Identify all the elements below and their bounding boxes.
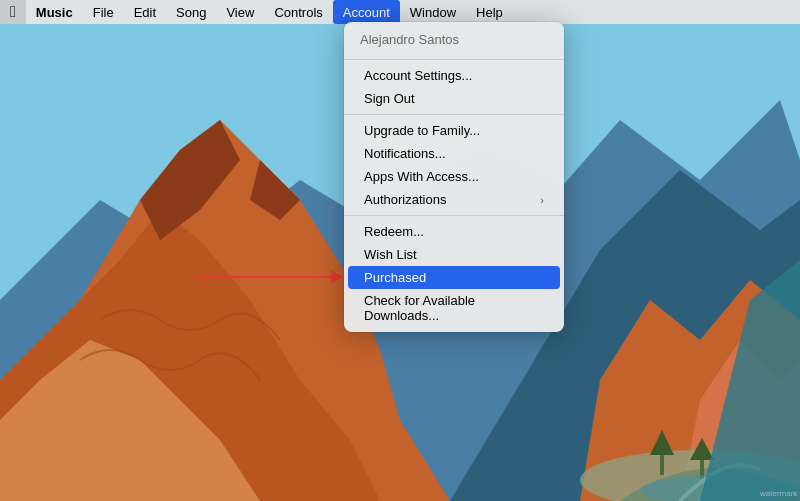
apple-menu[interactable]:  bbox=[0, 0, 26, 24]
arrow-head-icon bbox=[331, 270, 343, 284]
menu-item-upgrade-family[interactable]: Upgrade to Family... bbox=[348, 119, 560, 142]
menu-file[interactable]: File bbox=[83, 0, 124, 24]
account-dropdown: Alejandro Santos Account Settings... Sig… bbox=[344, 22, 564, 332]
menu-controls[interactable]: Controls bbox=[264, 0, 332, 24]
arrow-line bbox=[195, 276, 331, 278]
menu-item-redeem[interactable]: Redeem... bbox=[348, 220, 560, 243]
menu-item-sign-out[interactable]: Sign Out bbox=[348, 87, 560, 110]
menu-edit[interactable]: Edit bbox=[124, 0, 166, 24]
menu-song[interactable]: Song bbox=[166, 0, 216, 24]
menu-item-authorizations[interactable]: Authorizations › bbox=[348, 188, 560, 211]
menu-view[interactable]: View bbox=[216, 0, 264, 24]
menu-item-account-settings[interactable]: Account Settings... bbox=[348, 64, 560, 87]
separator-1 bbox=[344, 59, 564, 60]
menu-item-check-downloads[interactable]: Check for Available Downloads... bbox=[348, 289, 560, 327]
arrow-indicator bbox=[195, 263, 343, 291]
svg-rect-11 bbox=[660, 455, 664, 475]
dropdown-username: Alejandro Santos bbox=[344, 27, 564, 55]
separator-2 bbox=[344, 114, 564, 115]
separator-3 bbox=[344, 215, 564, 216]
submenu-chevron-icon: › bbox=[540, 194, 544, 206]
svg-text:watermark: watermark bbox=[759, 489, 798, 498]
menu-item-purchased[interactable]: Purchased bbox=[348, 266, 560, 289]
menu-account[interactable]: Account bbox=[333, 0, 400, 24]
menu-item-wish-list[interactable]: Wish List bbox=[348, 243, 560, 266]
menu-help[interactable]: Help bbox=[466, 0, 513, 24]
svg-rect-13 bbox=[700, 460, 704, 478]
menu-music[interactable]: Music bbox=[26, 0, 83, 24]
menubar:  Music File Edit Song View Controls Acc… bbox=[0, 0, 800, 24]
menu-item-notifications[interactable]: Notifications... bbox=[348, 142, 560, 165]
menu-window[interactable]: Window bbox=[400, 0, 466, 24]
menu-item-apps-access[interactable]: Apps With Access... bbox=[348, 165, 560, 188]
